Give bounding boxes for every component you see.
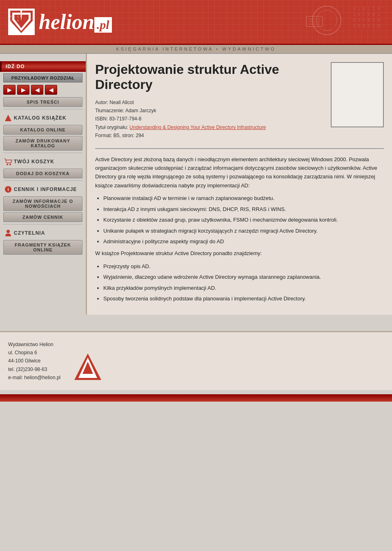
sep2 [3, 153, 82, 153]
original-title-link[interactable]: Understanding & Designing Your Active Di… [129, 124, 266, 130]
katalog-ksiazek-label: KATALOG KSIĄŻEK [14, 115, 67, 121]
format-label: Format: B5, stron: [95, 133, 134, 138]
helion-v-icon: 0 1 0 1 1 0 [8, 9, 35, 35]
svg-text:0 1 0: 0 1 0 [10, 15, 19, 18]
svg-marker-12 [5, 115, 11, 121]
tytul-label: Tytuł oryginału: [95, 124, 128, 130]
zamow-informacje-btn[interactable]: ZAMÓW INFORMACJE O NOWOŚCIACH [3, 196, 82, 211]
bullet-2-0: Przejrzysty opis AD. [103, 262, 384, 271]
twoj-koszyk-label: TWÓJ KOSZYK [14, 159, 54, 164]
spis-tresci-btn[interactable]: SPIS TREŚCI [3, 97, 82, 107]
logo-suffix: .pl [94, 17, 112, 33]
book-description: Active Directory jest złożoną bazą danyc… [95, 155, 384, 303]
bullets-2: Przejrzysty opis AD. Wyjaśnienie, dlacze… [103, 262, 384, 303]
przykladowy-rozdział-btn[interactable]: PRZYKŁADOWY ROZDZIAŁ [3, 73, 82, 82]
author-value: Neall Allcot [109, 100, 134, 105]
zamow-cennik-btn[interactable]: ZAMÓW CENNIK [3, 212, 82, 222]
logo-area: 0 1 0 1 1 0 helion .pl [8, 9, 112, 35]
bullet-1-2: Korzystanie z obiektów zasad grup, praw … [103, 216, 384, 224]
bullet-2-1: Wyjaśnienie, dlaczego udane wdrożenie Ac… [103, 273, 384, 281]
zamow-drukowany-btn[interactable]: ZAMÓW DRUKOWANY KATALOG [3, 136, 82, 151]
katalog-icon-row: KATALOG KSIĄŻEK [0, 111, 86, 124]
svg-text:i: i [7, 187, 9, 192]
footer-phone: tel. (32)230-98-63 [8, 365, 60, 373]
isbn-label: ISBN: [95, 116, 108, 122]
katalog-online-btn[interactable]: KATALOG ONLINE [3, 125, 82, 135]
book-cover [331, 62, 384, 127]
svg-point-7 [316, 10, 337, 31]
footer-address: Wydawnictwo Helion ul. Chopina 6 44-100 … [8, 340, 60, 382]
footer-email: e-mail: helion@helion.pl [8, 373, 60, 382]
description-p2: W książce Projektowanie struktur Active … [95, 249, 384, 258]
sep3 [3, 180, 82, 181]
cart-icon [4, 158, 12, 166]
subtitle-text: KSIĘGARNIA INTERNETOWA • WYDAWNICTWO [116, 47, 276, 51]
content-divider [95, 148, 384, 149]
book-header: Projektowanie struktur Active Directory … [95, 62, 384, 140]
czytelnia-icon-row: CZYTELNIA [0, 227, 86, 239]
arrow-left2-btn[interactable]: ◀ [45, 85, 57, 95]
reader-icon [4, 229, 12, 237]
bullet-1-1: Interakcja AD z innymi usługami sieciowy… [103, 205, 384, 213]
book-meta: Autor: Neall Allcot Tłumaczenie: Adam Ja… [95, 98, 323, 140]
bullet-2-2: Kilka przykładów pomyślnych implementacj… [103, 284, 384, 292]
arrow-right2-btn[interactable]: ▶ [17, 85, 29, 95]
catalog-icon [4, 114, 12, 122]
sidebar-section-idz-do: IDŹ DO [0, 61, 86, 72]
isbn-value: 83-7197-794-8 [109, 116, 142, 122]
cennik-label: CENNIK I INFORMACJE [14, 187, 77, 192]
arrow-right-btn[interactable]: ▶ [3, 85, 16, 95]
header-decoration [302, 4, 343, 37]
author-label: Autor: [95, 100, 108, 105]
footer-publisher: Wydawnictwo Helion [8, 340, 60, 349]
sep4 [3, 224, 82, 224]
footer-logo [73, 351, 103, 382]
book-title-area: Projektowanie struktur Active Directory … [95, 62, 323, 140]
bullets-1: Planowanie instalacji AD w terminie i w … [103, 194, 384, 246]
svg-point-14 [9, 164, 11, 165]
bullet-1-3: Unikanie pułapek w strategiach migracji … [103, 227, 384, 235]
bullet-2-3: Sposoby tworzenia solidnych podstaw dla … [103, 294, 384, 303]
description-p1: Active Directory jest złożoną bazą danyc… [95, 155, 384, 190]
content-area: Projektowanie struktur Active Directory … [86, 54, 392, 315]
svg-point-17 [7, 230, 10, 233]
bullet-1-4: Administracyjne i polityczne aspekty mig… [103, 237, 384, 246]
footer-city: 44-100 Gliwice [8, 357, 60, 365]
cennik-icon-row: i CENNIK I INFORMACJE [0, 183, 86, 195]
book-title: Projektowanie struktur Active Directory [95, 62, 323, 92]
main-layout: IDŹ DO PRZYKŁADOWY ROZDZIAŁ ▶ ▶ ◀ ◀ SPIS… [0, 54, 392, 315]
svg-point-13 [7, 164, 8, 165]
svg-text:1 1 0: 1 1 0 [10, 19, 19, 22]
sep1 [3, 109, 82, 109]
format-stron: 294 [136, 133, 144, 138]
dodaj-koszyka-btn[interactable]: DODAJ DO KOSZYKA [3, 169, 82, 178]
koszyk-icon-row: TWÓJ KOSZYK [0, 155, 86, 167]
site-header: 0 1 0 1 1 0 helion .pl 0 1 0 1 1 01 0 1 … [0, 0, 392, 45]
fragmenty-btn[interactable]: FRAGMENTY KSIĄŻEK ONLINE [3, 240, 82, 255]
info-icon: i [4, 185, 12, 193]
tl-label: Tłumaczenie: [95, 108, 124, 113]
sidebar: IDŹ DO PRZYKŁADOWY ROZDZIAŁ ▶ ▶ ◀ ◀ SPIS… [0, 54, 86, 315]
arrow-left-btn[interactable]: ◀ [31, 85, 43, 95]
footer-street: ul. Chopina 6 [8, 349, 60, 357]
czytelnia-label: CZYTELNIA [14, 230, 45, 236]
bottom-bar [0, 394, 392, 402]
logo-text: helion [39, 10, 94, 34]
bullet-1-0: Planowanie instalacji AD w terminie i w … [103, 194, 384, 202]
tl-value: Adam Jarczyk [125, 108, 156, 113]
subtitle-bar: KSIĘGARNIA INTERNETOWA • WYDAWNICTWO [0, 45, 392, 54]
footer-area: Wydawnictwo Helion ul. Chopina 6 44-100 … [0, 331, 392, 390]
